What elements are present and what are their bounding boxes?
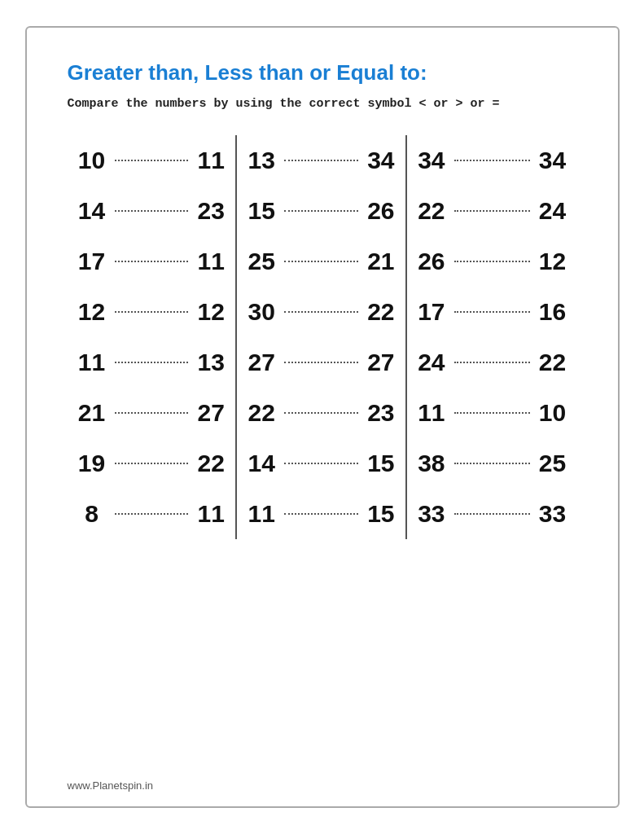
left-number: 25: [245, 248, 278, 275]
comparison-row: 1423: [76, 186, 228, 236]
right-number: 10: [537, 399, 569, 427]
answer-blank: [115, 160, 189, 161]
left-number: 17: [76, 248, 108, 275]
right-number: 22: [365, 298, 397, 326]
right-number: 34: [365, 147, 397, 174]
answer-blank: [115, 362, 189, 363]
comparison-row: 1011: [76, 135, 228, 186]
left-number: 38: [415, 450, 448, 477]
column-2: 13341526252130222727222314151115: [237, 135, 407, 539]
right-number: 27: [365, 349, 397, 376]
comparison-row: 3022: [245, 287, 397, 337]
right-number: 26: [365, 197, 397, 225]
answer-blank: [454, 362, 530, 363]
left-number: 11: [415, 399, 448, 427]
left-number: 8: [76, 500, 108, 528]
worksheet-page: Greater than, Less than or Equal to: Com…: [25, 26, 620, 808]
answer-blank: [284, 463, 358, 464]
right-number: 27: [195, 399, 227, 427]
left-number: 11: [76, 349, 108, 376]
left-number: 19: [76, 450, 108, 477]
comparison-row: 3825: [415, 438, 569, 489]
left-number: 11: [245, 500, 278, 528]
answer-blank: [284, 362, 358, 363]
left-number: 21: [76, 399, 108, 427]
answer-blank: [454, 463, 530, 464]
page-subtitle: Compare the numbers by using the correct…: [68, 97, 577, 111]
right-number: 24: [537, 197, 569, 225]
left-number: 27: [245, 349, 278, 376]
right-number: 22: [195, 450, 227, 477]
answer-blank: [115, 463, 189, 464]
left-number: 10: [76, 147, 108, 174]
answer-blank: [284, 311, 358, 313]
page-title: Greater than, Less than or Equal to:: [68, 60, 577, 86]
comparison-row: 2422: [415, 337, 569, 388]
comparison-row: 1115: [245, 489, 397, 539]
comparison-row: 2727: [245, 337, 397, 388]
comparison-grid: 1011142317111212111321271922811133415262…: [68, 135, 577, 539]
comparison-row: 2224: [415, 186, 569, 236]
column-3: 34342224261217162422111038253333: [407, 135, 577, 539]
comparison-row: 1110: [415, 388, 569, 438]
left-number: 14: [245, 450, 278, 477]
comparison-row: 3333: [415, 489, 569, 539]
answer-blank: [284, 210, 358, 212]
right-number: 25: [537, 450, 569, 477]
right-number: 13: [195, 349, 227, 376]
comparison-row: 1415: [245, 438, 397, 489]
answer-blank: [284, 513, 358, 515]
comparison-row: 1716: [415, 287, 569, 337]
comparison-row: 1212: [76, 287, 228, 337]
right-number: 11: [195, 500, 227, 528]
left-number: 30: [245, 298, 278, 326]
right-number: 11: [195, 248, 227, 275]
answer-blank: [454, 261, 530, 262]
left-number: 24: [415, 349, 448, 376]
right-number: 33: [537, 500, 569, 528]
left-number: 22: [245, 399, 278, 427]
answer-blank: [115, 210, 189, 212]
comparison-row: 2521: [245, 236, 397, 287]
footer-text: www.Planetspin.in: [68, 779, 154, 792]
answer-blank: [454, 311, 530, 313]
left-number: 14: [76, 197, 108, 225]
comparison-row: 3434: [415, 135, 569, 186]
right-number: 23: [195, 197, 227, 225]
answer-blank: [115, 513, 189, 515]
answer-blank: [115, 412, 189, 414]
answer-blank: [284, 261, 358, 262]
comparison-row: 1113: [76, 337, 228, 388]
answer-blank: [454, 210, 530, 212]
right-number: 11: [195, 147, 227, 174]
left-number: 34: [415, 147, 448, 174]
answer-blank: [454, 513, 530, 515]
comparison-row: 1334: [245, 135, 397, 186]
right-number: 16: [537, 298, 569, 326]
answer-blank: [115, 261, 189, 262]
right-number: 12: [195, 298, 227, 326]
right-number: 12: [537, 248, 569, 275]
comparison-row: 2612: [415, 236, 569, 287]
right-number: 15: [365, 450, 397, 477]
right-number: 15: [365, 500, 397, 528]
column-1: 1011142317111212111321271922811: [68, 135, 238, 539]
left-number: 22: [415, 197, 448, 225]
answer-blank: [454, 412, 530, 414]
left-number: 15: [245, 197, 278, 225]
comparison-row: 811: [76, 489, 228, 539]
answer-blank: [284, 160, 358, 161]
left-number: 12: [76, 298, 108, 326]
comparison-row: 1922: [76, 438, 228, 489]
left-number: 17: [415, 298, 448, 326]
left-number: 13: [245, 147, 278, 174]
right-number: 22: [537, 349, 569, 376]
comparison-row: 1711: [76, 236, 228, 287]
answer-blank: [454, 160, 530, 161]
right-number: 34: [537, 147, 569, 174]
right-number: 23: [365, 399, 397, 427]
comparison-row: 1526: [245, 186, 397, 236]
left-number: 26: [415, 248, 448, 275]
comparison-row: 2223: [245, 388, 397, 438]
answer-blank: [284, 412, 358, 414]
